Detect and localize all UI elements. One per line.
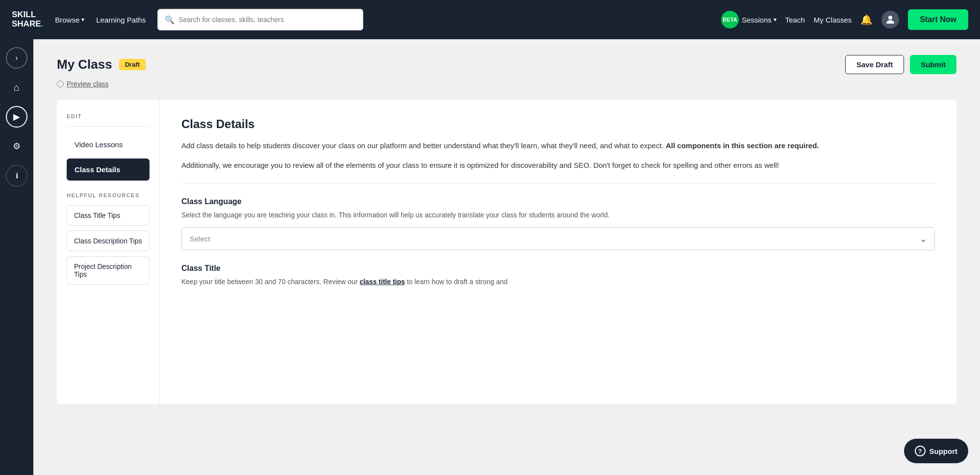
class-title-tips-item[interactable]: Class Title Tips [67,205,150,226]
svg-point-0 [888,16,892,20]
class-language-field: Class Language Select the language you a… [181,197,935,250]
chevron-down-icon: ▾ [81,16,84,23]
sidebar-info-icon[interactable]: ℹ [6,165,27,186]
header-buttons: Save Draft Submit [845,55,956,74]
logo-line2: SHaRe. [12,20,43,29]
submit-button[interactable]: Submit [910,55,956,74]
page-header: My Class Draft Save Draft Submit [57,55,956,74]
browse-nav[interactable]: Browse ▾ [55,16,84,24]
my-classes-nav[interactable]: My Classes [814,16,852,24]
preview-circle-icon [57,80,64,87]
learning-paths-nav[interactable]: Learning Paths [96,16,146,24]
content-area: EDIT Video Lessons Class Details HELPFUL… [57,100,956,404]
avatar[interactable] [881,11,899,28]
page-title: My Class [57,57,112,72]
beta-badge: BETA [721,11,739,28]
support-label: Support [930,447,958,455]
save-draft-button[interactable]: Save Draft [845,55,904,74]
sidebar-expand-icon[interactable]: › [6,47,27,69]
section-description-2: Additionally, we encourage you to review… [181,159,935,171]
sidebar-settings-icon[interactable]: ⚙ [6,135,27,157]
language-select[interactable]: Select English Spanish French German [181,227,935,250]
draft-badge: Draft [119,59,146,70]
preview-link-text: Preview class [67,80,109,88]
support-icon: ? [915,446,926,456]
title-field-label: Class Title [181,264,935,273]
support-button[interactable]: ? Support [904,439,969,463]
sessions-btn[interactable]: Sessions ▾ [742,16,777,24]
project-description-tips-item[interactable]: Project Description Tips [67,256,150,285]
helpful-resources-label: HELPFUL RESOURCES [67,192,150,198]
class-details-nav-item[interactable]: Class Details [67,158,150,181]
language-field-desc: Select the language you are teaching you… [181,210,935,220]
section-divider [181,183,935,184]
chevron-down-icon: ▾ [774,16,777,23]
search-icon: 🔍 [165,15,175,25]
main-content: My Class Draft Save Draft Submit Preview… [33,39,980,475]
edit-divider [67,126,150,127]
left-panel: EDIT Video Lessons Class Details HELPFUL… [57,100,160,404]
language-select-wrapper: Select English Spanish French German ⌄ [181,227,935,250]
preview-class-link[interactable]: Preview class [57,80,956,88]
section-title: Class Details [181,117,935,131]
search-input[interactable] [178,16,356,24]
class-title-tips-link[interactable]: class title tips [359,278,405,286]
class-description-tips-item[interactable]: Class Description Tips [67,231,150,251]
sessions-group[interactable]: BETA Sessions ▾ [721,11,777,28]
notification-bell-icon[interactable]: 🔔 [860,14,873,26]
left-sidebar: › ⌂ ▶ ⚙ ℹ [0,39,33,475]
search-bar[interactable]: 🔍 [157,9,363,30]
class-title-field: Class Title Keep your title between 30 a… [181,264,935,287]
nav-right: BETA Sessions ▾ Teach My Classes 🔔 Start… [721,9,968,30]
logo[interactable]: SKILL SHaRe. [12,10,43,28]
video-lessons-nav-item[interactable]: Video Lessons [67,133,150,156]
top-nav: SKILL SHaRe. Browse ▾ Learning Paths 🔍 B… [0,0,980,39]
sidebar-play-icon[interactable]: ▶ [6,106,27,128]
language-field-label: Class Language [181,197,935,206]
right-panel: Class Details Add class details to help … [160,100,956,404]
sidebar-home-icon[interactable]: ⌂ [6,77,27,98]
section-description: Add class details to help students disco… [181,140,935,152]
title-field-desc: Keep your title between 30 and 70 charac… [181,277,935,287]
logo-line1: SKILL [12,10,43,20]
page-title-row: My Class Draft [57,57,146,72]
edit-label: EDIT [67,113,150,119]
teach-nav[interactable]: Teach [785,16,805,24]
start-now-button[interactable]: Start Now [908,9,968,30]
